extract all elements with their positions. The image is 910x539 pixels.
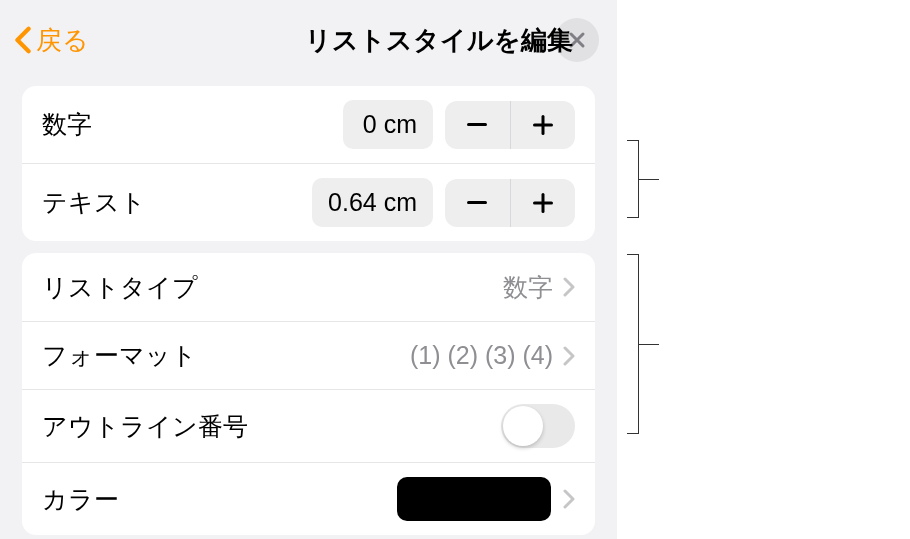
text-indent-row: テキスト 0.64 cm bbox=[22, 163, 595, 241]
panel-header: 戻る リストスタイルを編集 bbox=[0, 0, 617, 80]
indent-group: 数字 0 cm テキスト 0.64 cm bbox=[22, 86, 595, 241]
svg-rect-5 bbox=[533, 201, 553, 204]
callout-line-list bbox=[639, 344, 659, 345]
back-button[interactable]: 戻る bbox=[14, 23, 89, 58]
format-value: (1) (2) (3) (4) bbox=[410, 341, 553, 370]
number-indent-label: 数字 bbox=[42, 108, 343, 141]
text-indent-label: テキスト bbox=[42, 186, 312, 219]
callout-line-indent bbox=[639, 179, 659, 180]
chevron-left-icon bbox=[14, 26, 32, 54]
number-indent-value: 0 cm bbox=[343, 100, 433, 149]
chevron-right-icon bbox=[563, 346, 575, 366]
back-label: 戻る bbox=[36, 23, 89, 58]
callout-bracket-list bbox=[627, 254, 639, 434]
list-type-label: リストタイプ bbox=[42, 271, 503, 304]
svg-rect-0 bbox=[467, 123, 487, 126]
list-type-value: 数字 bbox=[503, 271, 553, 304]
list-type-row[interactable]: リストタイプ 数字 bbox=[22, 253, 595, 321]
number-indent-row: 数字 0 cm bbox=[22, 86, 595, 163]
page-title: リストスタイルを編集 bbox=[305, 23, 573, 58]
number-indent-increase[interactable] bbox=[510, 101, 576, 149]
minus-icon bbox=[467, 123, 487, 127]
toggle-knob bbox=[503, 406, 543, 446]
outline-number-label: アウトライン番号 bbox=[42, 410, 501, 443]
chevron-right-icon bbox=[563, 277, 575, 297]
outline-number-toggle[interactable] bbox=[501, 404, 575, 448]
color-swatch bbox=[397, 477, 551, 521]
color-row[interactable]: カラー bbox=[22, 462, 595, 535]
number-indent-stepper bbox=[445, 101, 575, 149]
svg-rect-2 bbox=[533, 123, 553, 126]
list-settings-group: リストタイプ 数字 フォーマット (1) (2) (3) (4) アウトライン番… bbox=[22, 253, 595, 535]
number-indent-decrease[interactable] bbox=[445, 101, 510, 149]
chevron-right-icon bbox=[563, 489, 575, 509]
list-style-panel: 戻る リストスタイルを編集 数字 0 cm テキスト 0.64 cm bbox=[0, 0, 617, 539]
callout-bracket-indent bbox=[627, 140, 639, 218]
outline-number-row: アウトライン番号 bbox=[22, 389, 595, 462]
format-row[interactable]: フォーマット (1) (2) (3) (4) bbox=[22, 321, 595, 389]
plus-icon bbox=[533, 193, 553, 213]
format-label: フォーマット bbox=[42, 339, 410, 372]
svg-rect-3 bbox=[467, 201, 487, 204]
plus-icon bbox=[533, 115, 553, 135]
color-label: カラー bbox=[42, 483, 397, 516]
text-indent-value: 0.64 cm bbox=[312, 178, 433, 227]
minus-icon bbox=[467, 201, 487, 205]
text-indent-increase[interactable] bbox=[510, 179, 576, 227]
text-indent-stepper bbox=[445, 179, 575, 227]
text-indent-decrease[interactable] bbox=[445, 179, 510, 227]
